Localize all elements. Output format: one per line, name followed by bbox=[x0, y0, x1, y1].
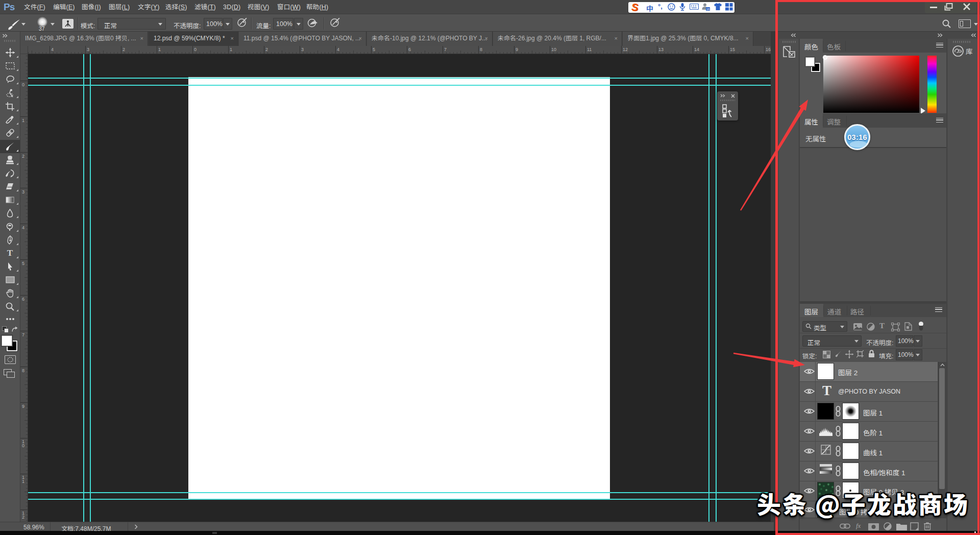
svg-text:16: 16 bbox=[706, 8, 710, 11]
